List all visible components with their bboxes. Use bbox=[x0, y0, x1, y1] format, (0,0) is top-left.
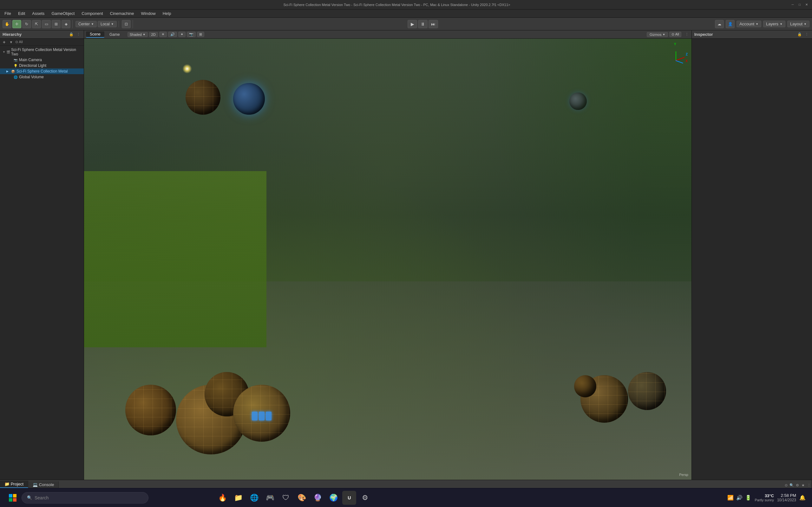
play-btn[interactable]: ▶ bbox=[408, 20, 417, 28]
grid-btn[interactable]: ⊞ bbox=[197, 32, 204, 37]
menu-gameobject[interactable]: GameObject bbox=[48, 10, 78, 16]
taskbar-app-3[interactable]: 🌐 bbox=[247, 491, 261, 505]
hierarchy-title: Hierarchy bbox=[3, 32, 67, 37]
hierarchy-lock-btn[interactable]: 🔒 bbox=[68, 32, 74, 38]
account-btn[interactable]: Account ▼ bbox=[737, 20, 761, 27]
taskbar-app-5[interactable]: 🛡 bbox=[279, 491, 293, 505]
menu-help[interactable]: Help bbox=[159, 10, 174, 16]
project-search-btn[interactable]: 🔍 bbox=[789, 482, 795, 488]
inspector-menu-btn[interactable]: ⋮ bbox=[804, 32, 809, 38]
lighting-btn[interactable]: ☀ bbox=[159, 32, 167, 37]
scale-tool[interactable]: ⇱ bbox=[32, 20, 41, 28]
expand-icon3: ▶ bbox=[6, 70, 9, 73]
taskbar-app-9[interactable]: ⚙ bbox=[358, 491, 372, 505]
taskbar-app-1[interactable]: 🔥 bbox=[215, 491, 229, 505]
inspector-lock-btn[interactable]: 🔒 bbox=[797, 32, 803, 38]
transform-tool[interactable]: ⊞ bbox=[52, 20, 61, 28]
minimize-btn[interactable]: ─ bbox=[791, 3, 795, 7]
taskbar-app-6[interactable]: 🎨 bbox=[295, 491, 309, 505]
game-tab[interactable]: Game bbox=[106, 32, 124, 38]
y-axis bbox=[676, 51, 676, 61]
project-star-btn[interactable]: ★ bbox=[800, 482, 806, 488]
scene-all-text: ⊙ All bbox=[671, 32, 679, 37]
window-title: Sci-Fi Sphere Collection Metal Version T… bbox=[3, 3, 791, 7]
menu-cinemachine[interactable]: Cinemachine bbox=[107, 10, 137, 16]
y-label: Y bbox=[674, 43, 676, 46]
notification-icon[interactable]: 🔔 bbox=[799, 495, 806, 501]
scene-viewport[interactable]: Y X Z Persp bbox=[84, 39, 692, 480]
snap-btn[interactable]: ⊡ bbox=[122, 20, 131, 28]
cloud-btn[interactable]: ☁ bbox=[715, 20, 724, 28]
scene-options: Shaded ▼ 2D ☀ 🔊 ✦ 📷 ⊞ bbox=[128, 32, 204, 37]
taskbar-app-4[interactable]: 🎮 bbox=[263, 491, 277, 505]
scene-view: Scene Game Shaded ▼ 2D ☀ 🔊 ✦ 📷 ⊞ Gizmos … bbox=[84, 31, 692, 480]
rotate-tool[interactable]: ↻ bbox=[22, 20, 31, 28]
taskbar-search[interactable]: 🔍 Search bbox=[21, 492, 148, 504]
layout-label: Layout bbox=[790, 21, 803, 26]
project-tab[interactable]: 📁 Project bbox=[0, 481, 28, 488]
project-lock-btn[interactable]: ⚙ bbox=[795, 482, 800, 488]
title-bar: Sci-Fi Sphere Collection Metal Version T… bbox=[0, 0, 812, 9]
layers-btn[interactable]: Layers ▼ bbox=[763, 20, 785, 27]
step-btn[interactable]: ⏭ bbox=[428, 20, 438, 28]
shading-btn[interactable]: Shaded ▼ bbox=[128, 32, 148, 37]
audio-btn[interactable]: 🔊 bbox=[168, 32, 177, 37]
move-tool[interactable]: ✛ bbox=[12, 20, 21, 28]
custom-tool[interactable]: ◈ bbox=[61, 20, 70, 28]
taskbar-app-7[interactable]: 🔮 bbox=[310, 491, 324, 505]
rect-tool[interactable]: ▭ bbox=[42, 20, 51, 28]
hierarchy-volume-label: Global Volume bbox=[19, 75, 44, 79]
hierarchy-item-scifi[interactable]: ▶ 📦 Sci-Fi Sphere Collection Metal bbox=[0, 68, 84, 74]
scene-menu-btn[interactable]: ⋮ bbox=[684, 32, 690, 38]
taskbar-clock[interactable]: 2:58 PM 10/14/2023 bbox=[777, 493, 796, 502]
weather-temp: 33°C bbox=[765, 493, 774, 498]
window-controls[interactable]: ─ □ ✕ bbox=[791, 3, 809, 7]
start-button[interactable] bbox=[6, 492, 19, 504]
network-icon[interactable]: 📶 bbox=[727, 495, 734, 501]
inspector-header: Inspector 🔒 ⋮ bbox=[692, 31, 812, 39]
taskbar-app-8[interactable]: 🌍 bbox=[326, 491, 340, 505]
expand-icon: ▼ bbox=[3, 50, 6, 54]
taskbar-app-unity[interactable]: U bbox=[342, 491, 356, 505]
foliage-right bbox=[479, 39, 692, 347]
fx-btn[interactable]: ✦ bbox=[178, 32, 186, 37]
menu-file[interactable]: File bbox=[1, 10, 14, 16]
pivot-btn[interactable]: Center ▼ bbox=[75, 21, 97, 27]
search-placeholder: Search bbox=[35, 495, 49, 500]
scene-all-label[interactable]: ⊙ All bbox=[669, 32, 681, 37]
close-btn[interactable]: ✕ bbox=[804, 3, 809, 7]
taskbar-weather[interactable]: 33°C Partly sunny bbox=[755, 493, 774, 502]
hierarchy-item-volume[interactable]: ▶ 🌐 Global Volume bbox=[0, 74, 84, 80]
taskbar-app-2[interactable]: 📁 bbox=[231, 491, 245, 505]
menu-component[interactable]: Component bbox=[78, 10, 106, 16]
hierarchy-item-camera[interactable]: ▶ 📷 Main Camera bbox=[0, 57, 84, 63]
gizmos-btn[interactable]: Gizmos ▼ bbox=[647, 32, 668, 37]
taskbar-right: 📶 🔊 🔋 33°C Partly sunny 2:58 PM 10/14/20… bbox=[727, 493, 806, 502]
hierarchy-add-btn[interactable]: + bbox=[1, 39, 7, 45]
project-toolbar-right[interactable]: ⊙ bbox=[783, 482, 789, 488]
volume-icon[interactable]: 🔊 bbox=[736, 495, 743, 501]
2d-btn[interactable]: 2D bbox=[149, 32, 158, 37]
space-btn[interactable]: Local ▼ bbox=[98, 21, 117, 27]
hierarchy-item-root[interactable]: ▼ 🎬 Sci-Fi Sphere Collection Metal Versi… bbox=[0, 47, 84, 57]
battery-icon[interactable]: 🔋 bbox=[745, 495, 751, 501]
hierarchy-item-light[interactable]: ▶ 💡 Directional Light bbox=[0, 63, 84, 68]
pause-btn[interactable]: ⏸ bbox=[418, 20, 427, 28]
hierarchy-menu-btn[interactable]: ⋮ bbox=[75, 32, 81, 38]
hierarchy-filter-btn[interactable]: ▼ bbox=[8, 39, 14, 45]
project-dots-btn[interactable]: ⋮ bbox=[806, 482, 812, 488]
hand-tool[interactable]: ✋ bbox=[3, 20, 11, 28]
maximize-btn[interactable]: □ bbox=[798, 3, 802, 7]
menu-edit[interactable]: Edit bbox=[15, 10, 28, 16]
collab-btn[interactable]: 👤 bbox=[726, 20, 734, 28]
sphere-1 bbox=[125, 385, 176, 435]
clock-date: 10/14/2023 bbox=[777, 498, 796, 502]
menu-window[interactable]: Window bbox=[138, 10, 159, 16]
scene-tab[interactable]: Scene bbox=[86, 32, 104, 38]
layout-btn[interactable]: Layout ▼ bbox=[787, 20, 809, 27]
menu-assets[interactable]: Assets bbox=[29, 10, 48, 16]
layers-label: Layers bbox=[766, 21, 778, 26]
scene-content[interactable]: Y X Z Persp bbox=[84, 39, 692, 480]
console-tab[interactable]: 💻 Console bbox=[28, 481, 59, 488]
scene-cam-btn[interactable]: 📷 bbox=[187, 32, 196, 37]
